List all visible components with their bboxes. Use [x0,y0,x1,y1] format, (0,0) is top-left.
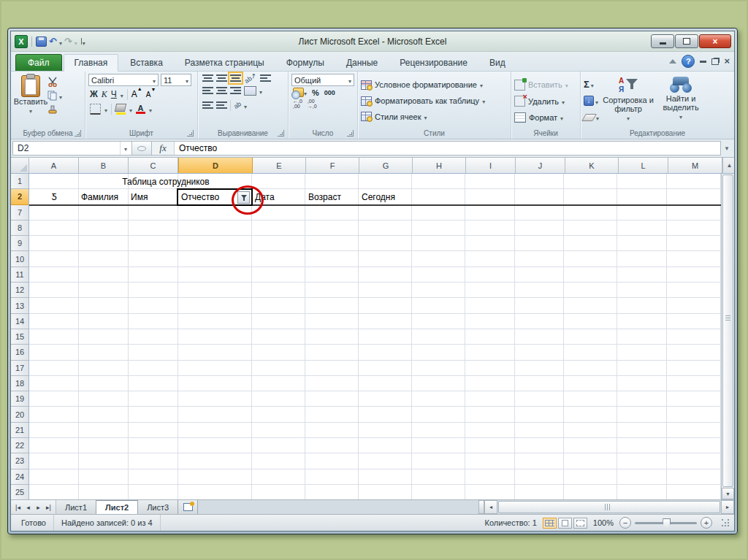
font-size-select[interactable]: 11 [161,74,191,86]
tab-data[interactable]: Данные [336,55,388,71]
horizontal-scroll-thumb[interactable] [498,501,720,513]
cell-c2[interactable]: Имя [129,189,178,204]
dialog-launcher-icon[interactable] [347,130,354,137]
workbook-restore-icon[interactable] [711,58,719,65]
row-header[interactable]: 12 [11,283,28,298]
row-header[interactable]: 23 [11,453,28,469]
zoom-out-button[interactable]: − [619,517,631,529]
column-header[interactable]: E [253,158,306,173]
workbook-minimize-icon[interactable] [700,61,706,63]
cell-b2[interactable]: Фамилия [79,189,129,204]
tab-split-handle[interactable] [478,500,484,514]
name-box[interactable]: D2 [12,141,132,156]
cell-f2[interactable]: Возраст [306,189,359,204]
row-header[interactable]: 14 [11,314,28,329]
cell-g2[interactable]: Сегодня [359,189,413,204]
row-header[interactable]: 21 [11,423,28,438]
row-header[interactable]: 1 [11,174,28,189]
orientation-button[interactable]: ab↗ [243,72,258,85]
align-bottom-icon[interactable] [230,74,241,83]
row-header[interactable]: 16 [11,345,28,360]
row-header[interactable]: 13 [11,298,28,313]
column-header[interactable]: C [129,158,178,173]
orientation-caret-icon[interactable] [244,99,247,112]
tab-insert[interactable]: Вставка [120,55,173,71]
cut-button[interactable] [47,76,62,88]
clear-button[interactable] [584,112,599,123]
find-select-button[interactable]: Найти и выделить [654,74,707,128]
resize-grip[interactable] [721,518,730,527]
sheet-tab-list3[interactable]: Лист3 [138,500,178,514]
underline-button[interactable]: Ч [111,89,117,99]
row-header[interactable]: 7 [11,205,28,220]
page-break-view-button[interactable] [573,518,587,529]
align-top-icon[interactable] [202,74,213,83]
merge-caret-icon[interactable] [259,84,262,97]
underline-caret-icon[interactable] [121,88,123,101]
font-color-caret-icon[interactable] [149,102,152,115]
borders-icon[interactable] [90,104,101,115]
comma-style-button[interactable]: 000 [324,89,335,96]
borders-caret-icon[interactable] [104,102,107,115]
font-family-select[interactable]: Calibri [88,74,159,86]
zoom-slider[interactable]: − + [619,517,712,529]
paste-button[interactable]: Вставить [14,74,47,128]
undo-button[interactable]: ↶ [49,37,57,46]
format-as-table-button[interactable]: Форматировать как таблицу [361,96,508,106]
tab-formulas[interactable]: Формулы [276,55,335,71]
scroll-right-icon[interactable]: ▸ [721,500,734,514]
fill-button[interactable]: ↓ [584,95,599,107]
cell-b1-title[interactable]: Таблица сотрудников [79,174,253,189]
zoom-thumb[interactable] [663,518,671,529]
row-header[interactable]: 8 [11,220,28,236]
scroll-left-icon[interactable]: ◂ [484,500,497,514]
tab-file[interactable]: Файл [15,54,62,71]
vertical-scroll-thumb[interactable] [722,174,733,487]
row-header[interactable]: 18 [11,376,28,391]
column-header[interactable]: K [565,158,619,173]
percent-button[interactable]: % [312,88,319,97]
accounting-format-button[interactable] [293,88,307,97]
scroll-up-icon[interactable]: ▲ [722,158,735,173]
close-button[interactable]: × [699,34,731,48]
cell-a2[interactable]: Ƽ [29,189,79,204]
row-header[interactable]: 15 [11,329,28,345]
row-header[interactable]: 2 [11,189,28,204]
minimize-button[interactable] [651,34,674,48]
tab-view[interactable]: Вид [479,55,516,71]
column-header[interactable]: A [29,158,79,173]
help-button[interactable]: ? [682,55,695,68]
row-header[interactable]: 22 [11,438,28,453]
sheet-tab-list1[interactable]: Лист1 [56,500,96,514]
column-header[interactable]: G [359,158,413,173]
shrink-font-button[interactable]: А▼ [146,90,156,99]
copy-button[interactable] [47,90,62,101]
row-header[interactable]: 20 [11,407,28,422]
horizontal-scrollbar[interactable]: ◂ ▸ [478,500,734,514]
cells-area[interactable]: Таблица сотрудников Ƽ Фамилия Имя Отчест… [29,174,721,499]
next-sheet-button[interactable]: ▸ [34,504,43,511]
prev-sheet-button[interactable]: ◂ [23,504,33,511]
customize-qat-button[interactable] [81,35,85,48]
decrease-decimal-button[interactable]: ,00 →,0 [308,99,317,109]
fill-color-button[interactable] [115,104,126,114]
column-header[interactable]: L [619,158,668,173]
conditional-formatting-button[interactable]: Условное форматирование [361,80,508,90]
align-left-icon[interactable] [202,86,213,95]
tab-page-layout[interactable]: Разметка страницы [175,55,275,71]
format-painter-button[interactable] [47,104,62,115]
column-header[interactable]: F [306,158,359,173]
vertical-scrollbar[interactable]: ▼ [721,174,734,499]
row-header[interactable]: 9 [11,236,28,251]
font-color-button[interactable]: А [136,104,145,114]
merge-center-icon[interactable] [244,86,256,96]
increase-indent-icon[interactable] [216,101,227,110]
zoom-in-button[interactable]: + [701,517,712,529]
bold-button[interactable]: Ж [90,89,98,99]
first-sheet-button[interactable]: |◂ [13,504,23,511]
column-header[interactable]: D [178,158,253,173]
tab-review[interactable]: Рецензирование [389,55,478,71]
column-header[interactable]: H [413,158,466,173]
select-all-button[interactable] [11,158,29,173]
row-header[interactable]: 19 [11,391,28,407]
